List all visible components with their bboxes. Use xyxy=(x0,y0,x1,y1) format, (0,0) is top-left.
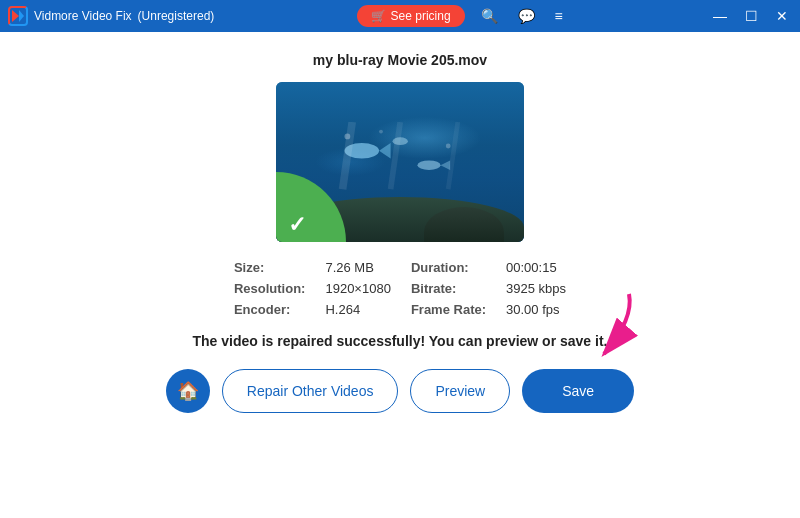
bitrate-label: Bitrate: xyxy=(411,281,486,296)
video-thumbnail-container: ✓ xyxy=(276,82,524,242)
framerate-label: Frame Rate: xyxy=(411,302,486,317)
duration-label: Duration: xyxy=(411,260,486,275)
chat-icon[interactable]: 💬 xyxy=(514,6,539,26)
home-icon: 🏠 xyxy=(177,380,199,402)
repair-other-button[interactable]: Repair Other Videos xyxy=(222,369,399,413)
see-pricing-button[interactable]: 🛒 See pricing xyxy=(357,5,465,27)
svg-line-13 xyxy=(448,122,458,189)
svg-line-11 xyxy=(342,122,352,189)
title-bar: Vidmore Video Fix (Unregistered) 🛒 See p… xyxy=(0,0,800,32)
title-bar-center: 🛒 See pricing 🔍 💬 ≡ xyxy=(357,5,567,27)
bitrate-value: 3925 kbps xyxy=(506,281,566,296)
menu-icon[interactable]: ≡ xyxy=(551,6,567,26)
main-content: my blu-ray Movie 205.mov xyxy=(0,32,800,518)
duration-value: 00:00:15 xyxy=(506,260,566,275)
title-bar-left: Vidmore Video Fix (Unregistered) xyxy=(8,6,214,26)
arrow-annotation xyxy=(554,289,644,369)
svg-marker-6 xyxy=(440,160,450,170)
success-message: The video is repaired successfully! You … xyxy=(193,333,608,349)
encoder-label: Encoder: xyxy=(234,302,306,317)
svg-marker-4 xyxy=(379,143,391,158)
app-status: (Unregistered) xyxy=(138,9,215,23)
svg-point-5 xyxy=(417,160,440,170)
check-icon: ✓ xyxy=(288,214,306,236)
svg-point-9 xyxy=(379,130,383,134)
search-icon[interactable]: 🔍 xyxy=(477,6,502,26)
app-title: Vidmore Video Fix xyxy=(34,9,132,23)
size-value: 7.26 MB xyxy=(325,260,390,275)
app-icon xyxy=(8,6,28,26)
size-label: Size: xyxy=(234,260,306,275)
video-filename: my blu-ray Movie 205.mov xyxy=(313,52,487,68)
home-button[interactable]: 🏠 xyxy=(166,369,210,413)
preview-button[interactable]: Preview xyxy=(410,369,510,413)
save-button[interactable]: Save xyxy=(522,369,634,413)
minimize-button[interactable]: — xyxy=(709,6,731,26)
video-info-table: Size: 7.26 MB Duration: 00:00:15 Resolut… xyxy=(234,260,566,317)
resolution-value: 1920×1080 xyxy=(325,281,390,296)
framerate-value: 30.00 fps xyxy=(506,302,566,317)
title-bar-right: — ☐ ✕ xyxy=(709,6,792,26)
resolution-label: Resolution: xyxy=(234,281,306,296)
encoder-value: H.264 xyxy=(325,302,390,317)
close-button[interactable]: ✕ xyxy=(772,6,792,26)
maximize-button[interactable]: ☐ xyxy=(741,6,762,26)
see-pricing-label: See pricing xyxy=(391,9,451,23)
svg-point-10 xyxy=(446,144,451,149)
svg-line-12 xyxy=(390,122,400,189)
cart-icon: 🛒 xyxy=(371,9,386,23)
action-buttons: 🏠 Repair Other Videos Preview Save xyxy=(166,369,634,413)
